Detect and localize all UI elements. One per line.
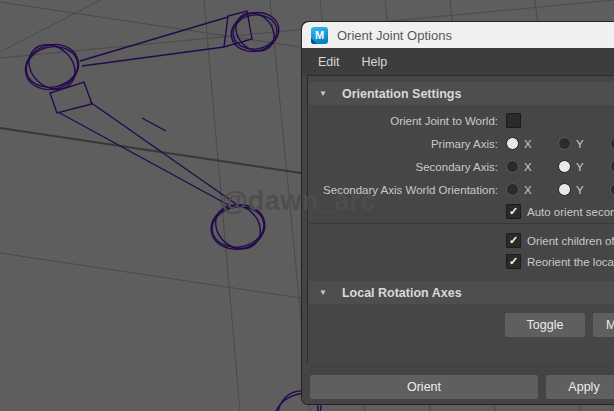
radio-label: X (524, 161, 532, 173)
menu-help[interactable]: Help (357, 55, 393, 69)
maya-screenshot: M Orient Joint Options Edit Help ▼ Orien… (0, 0, 614, 411)
secondary-axis-z-radio-clipped[interactable] (610, 160, 614, 173)
radio-label: Y (576, 138, 584, 150)
section-title: Orientation Settings (342, 87, 461, 101)
check-icon: ✓ (509, 256, 518, 267)
radio-label: Y (576, 184, 584, 196)
checkbox-label: Auto orient secon (527, 206, 614, 218)
toggle-axes-button[interactable]: Toggle (505, 313, 585, 337)
checkbox-label: Orient children of (527, 235, 614, 247)
orient-joint-to-world-row: Orient Joint to World: (309, 112, 614, 129)
secondary-axis-y-radio[interactable] (558, 160, 571, 173)
auto-orient-checkbox[interactable]: ✓ (506, 204, 521, 219)
primary-axis-y-radio[interactable] (558, 137, 571, 150)
field-label: Secondary Axis World Orientation: (309, 184, 498, 196)
menubar: Edit Help (302, 48, 614, 75)
world-orientation-z-radio-clipped[interactable] (610, 183, 614, 196)
radio-label: X (524, 138, 532, 150)
checkbox-label: Reorient the local (527, 256, 614, 268)
window-title: Orient Joint Options (337, 28, 452, 43)
orient-button[interactable]: Orient (310, 375, 538, 399)
radio-label: X (524, 184, 532, 196)
separator-line (309, 223, 614, 224)
auto-orient-row: ✓ Auto orient secon (309, 203, 614, 220)
orient-joint-options-window: M Orient Joint Options Edit Help ▼ Orien… (301, 21, 614, 405)
primary-axis-row: Primary Axis: X Y (309, 135, 614, 152)
collapse-arrow-icon: ▼ (319, 289, 327, 297)
section-header-orientation-settings[interactable]: ▼ Orientation Settings (309, 82, 614, 105)
primary-axis-x-radio[interactable] (506, 137, 519, 150)
collapse-arrow-icon: ▼ (319, 90, 327, 98)
orient-children-checkbox[interactable]: ✓ (506, 233, 521, 248)
secondary-axis-x-radio[interactable] (506, 160, 519, 173)
reorient-local-row: ✓ Reorient the local (309, 253, 614, 270)
orient-children-row: ✓ Orient children of (309, 232, 614, 249)
field-label: Orient Joint to World: (309, 115, 498, 127)
world-orientation-y-radio[interactable] (558, 183, 571, 196)
options-scroll-area: ▼ Orientation Settings Orient Joint to W… (307, 75, 614, 365)
primary-axis-z-radio-clipped[interactable] (610, 137, 614, 150)
radio-label: Y (576, 161, 584, 173)
apply-button[interactable]: Apply (546, 375, 614, 399)
check-icon: ✓ (509, 206, 518, 217)
maya-logo-letter: M (315, 30, 324, 41)
field-label: Primary Axis: (309, 138, 498, 150)
check-icon: ✓ (509, 235, 518, 246)
orient-joint-to-world-checkbox[interactable] (506, 113, 521, 128)
local-axes-second-button-clipped[interactable]: M (593, 313, 614, 337)
dialog-footer: Orient Apply (302, 363, 614, 404)
menu-edit[interactable]: Edit (313, 55, 345, 69)
section-header-local-rotation-axes[interactable]: ▼ Local Rotation Axes (309, 281, 614, 304)
reorient-local-checkbox[interactable]: ✓ (506, 254, 521, 269)
world-orientation-x-radio[interactable] (506, 183, 519, 196)
secondary-axis-row: Secondary Axis: X Y (309, 158, 614, 175)
secondary-axis-world-orientation-row: Secondary Axis World Orientation: X Y (309, 181, 614, 198)
field-label: Secondary Axis: (309, 161, 498, 173)
section-title: Local Rotation Axes (342, 286, 462, 300)
maya-logo-icon: M (311, 27, 328, 44)
window-titlebar[interactable]: M Orient Joint Options (302, 22, 614, 48)
